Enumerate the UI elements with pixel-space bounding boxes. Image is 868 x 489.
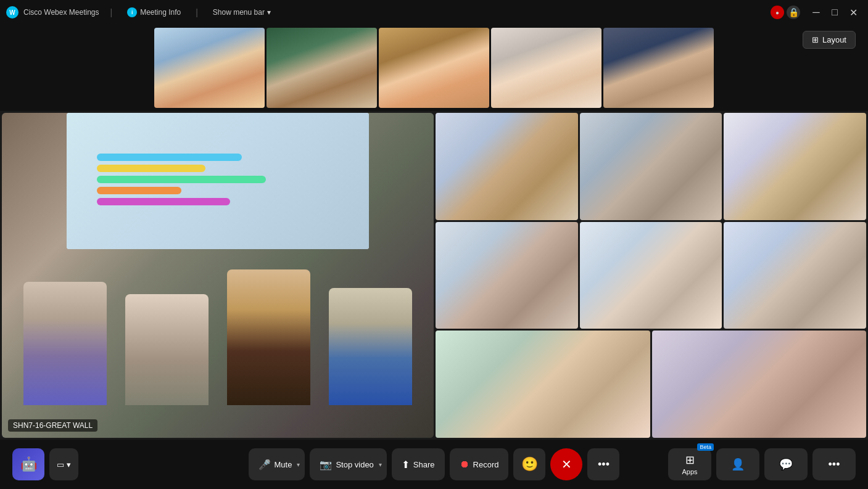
emoji-reaction-button[interactable]: 🙂 (513, 448, 545, 480)
grid-cell-3[interactable] (724, 113, 866, 220)
lock-icon[interactable]: 🔒 (787, 6, 800, 19)
bottom-toolbar: 🤖 ▭ ▾ 🎤 Mute ▾ 📷 Stop video ▾ ⬆ Share ⏺ … (0, 440, 868, 489)
meeting-info-label: Meeting Info (140, 8, 181, 17)
screen-bar-4 (97, 187, 181, 194)
captions-button[interactable]: ▭ ▾ (49, 448, 78, 480)
grid-row-3 (436, 331, 866, 438)
divider-2: | (196, 7, 198, 17)
captions-icon: ▭ (57, 460, 64, 469)
top-strip-thumbnails (0, 25, 868, 111)
person-silhouette-3 (227, 269, 310, 405)
stop-video-button[interactable]: 📷 Stop video ▾ (310, 448, 386, 480)
screen-bar-3 (97, 176, 266, 183)
grid-cell-4[interactable] (436, 222, 578, 329)
apps-grid-icon: ⊞ (685, 453, 695, 467)
record-label: Record (473, 460, 499, 469)
share-button[interactable]: ⬆ Share (392, 448, 445, 480)
thumbnail-participant-3[interactable] (379, 28, 489, 108)
layout-label: Layout (822, 35, 846, 44)
camera-icon: 📷 (320, 459, 332, 471)
thumbnail-participant-4[interactable] (491, 28, 601, 108)
maximize-button[interactable]: □ (826, 4, 843, 21)
divider-1: | (110, 7, 113, 17)
main-video-panel: SHN7-16-GREAT WALL (2, 113, 434, 438)
record-icon: ⏺ (460, 459, 469, 470)
screen-bar-5 (97, 198, 230, 205)
grid-cell-1[interactable] (436, 113, 578, 220)
mute-chevron-icon: ▾ (297, 461, 300, 468)
microphone-icon: 🎤 (258, 459, 271, 471)
screen-bar-2 (97, 165, 205, 172)
main-content-area: SHN7-16-GREAT WALL (0, 111, 868, 440)
video-room-label: SHN7-16-GREAT WALL (8, 419, 97, 432)
chat-icon: 💬 (779, 458, 793, 471)
more-right-icon: ••• (829, 458, 840, 471)
screen-bar-1 (97, 154, 242, 161)
show-menu-label: Show menu bar (213, 8, 265, 17)
beta-badge: Beta (697, 443, 714, 451)
right-video-grid (436, 113, 866, 438)
participants-button[interactable]: 👤 (716, 448, 759, 480)
participants-icon: 👤 (731, 458, 745, 471)
screen-bars (97, 154, 339, 205)
emoji-icon: 🙂 (521, 456, 538, 472)
window-controls: ─ □ ✕ (808, 4, 862, 21)
mute-label: Mute (275, 460, 292, 469)
room-scene-bg (2, 113, 434, 438)
title-bar: W Cisco Webex Meetings | i Meeting Info … (0, 0, 868, 25)
record-button[interactable]: ⏺ Record (450, 448, 509, 480)
stop-video-label: Stop video (336, 460, 373, 469)
mute-button[interactable]: 🎤 Mute ▾ (249, 448, 305, 480)
conference-people (23, 269, 412, 405)
end-call-button[interactable]: ✕ (550, 448, 582, 480)
meeting-info-button[interactable]: i Meeting Info (123, 6, 184, 19)
apps-label: Apps (682, 468, 697, 475)
show-menu-bar-button[interactable]: Show menu bar ▾ (209, 6, 275, 18)
grid-row-1 (436, 113, 866, 220)
chat-button[interactable]: 💬 (764, 448, 808, 480)
grid-cell-5[interactable] (580, 222, 722, 329)
layout-grid-icon: ⊞ (812, 35, 819, 44)
person-silhouette-4 (329, 288, 412, 405)
ai-assistant-button[interactable]: 🤖 (12, 448, 44, 480)
share-label: Share (413, 460, 435, 469)
grid-cell-6[interactable] (724, 222, 866, 329)
more-right-button[interactable]: ••• (812, 448, 856, 480)
toolbar-right-section: Beta ⊞ Apps 👤 💬 ••• (668, 448, 856, 480)
grid-cell-8[interactable] (652, 331, 867, 438)
more-options-button[interactable]: ••• (587, 448, 619, 480)
person-silhouette-2 (125, 294, 209, 405)
presentation-screen (67, 113, 369, 249)
title-bar-right: ● 🔒 ─ □ ✕ (771, 4, 862, 21)
share-icon: ⬆ (402, 459, 410, 471)
layout-button[interactable]: ⊞ Layout (803, 31, 856, 49)
grid-cell-2[interactable] (580, 113, 722, 220)
screen-content (67, 113, 369, 249)
meeting-info-icon: i (127, 7, 137, 17)
app-name: Cisco Webex Meetings (23, 8, 99, 17)
webex-logo-icon: W (6, 6, 19, 18)
thumbnail-participant-1[interactable] (154, 28, 265, 108)
end-call-icon: ✕ (561, 457, 572, 472)
person-silhouette-1 (23, 282, 107, 405)
apps-button[interactable]: Beta ⊞ Apps (668, 448, 711, 480)
close-button[interactable]: ✕ (845, 4, 862, 21)
thumbnail-participant-2[interactable] (267, 28, 377, 108)
recording-indicator-icon: ● (771, 6, 784, 19)
toolbar-left-section: 🤖 ▭ ▾ (12, 448, 78, 480)
title-bar-left: W Cisco Webex Meetings | i Meeting Info … (6, 6, 275, 19)
more-icon: ••• (598, 458, 610, 471)
minimize-button[interactable]: ─ (808, 4, 825, 21)
thumbnail-participant-5[interactable] (603, 28, 714, 108)
chevron-down-icon: ▾ (267, 8, 271, 17)
captions-arrow-icon: ▾ (67, 460, 71, 469)
video-chevron-icon: ▾ (379, 461, 382, 468)
grid-cell-7[interactable] (436, 331, 650, 438)
grid-row-2 (436, 222, 866, 329)
